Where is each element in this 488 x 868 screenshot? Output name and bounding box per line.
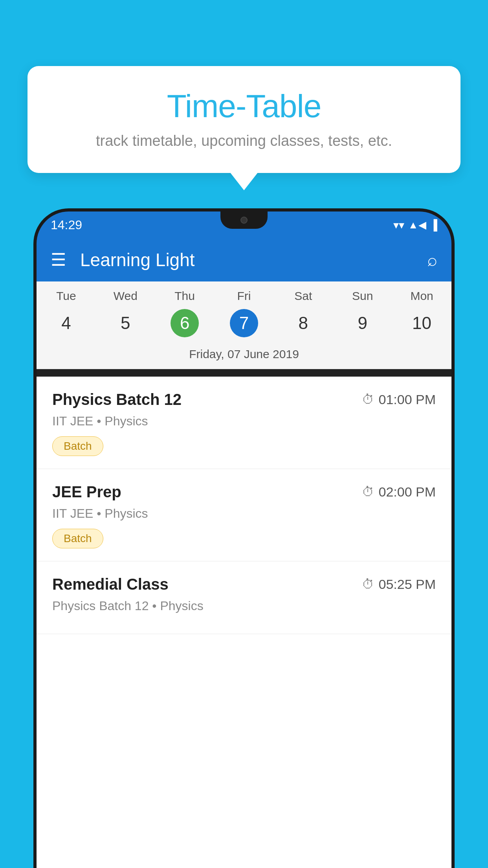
wifi-icon: ▾▾ bbox=[393, 219, 404, 232]
tooltip-card: Time-Table track timetable, upcoming cla… bbox=[28, 66, 460, 173]
day-number[interactable]: 6 bbox=[171, 309, 199, 337]
status-time: 14:29 bbox=[51, 218, 82, 232]
day-number[interactable]: 8 bbox=[289, 309, 317, 337]
day-name: Tue bbox=[37, 289, 96, 303]
class-name: JEE Prep bbox=[52, 483, 121, 501]
tooltip-subtitle: track timetable, upcoming classes, tests… bbox=[51, 132, 437, 149]
class-time-text: 02:00 PM bbox=[378, 484, 436, 500]
class-time-text: 05:25 PM bbox=[378, 577, 436, 592]
class-detail: IIT JEE • Physics bbox=[52, 506, 436, 521]
search-icon[interactable]: ⌕ bbox=[427, 250, 437, 270]
calendar-section: Tue4Wed5Thu6Fri7Sat8Sun9Mon10 Friday, 07… bbox=[37, 281, 451, 369]
day-col-thu[interactable]: Thu6 bbox=[155, 289, 215, 337]
day-col-wed[interactable]: Wed5 bbox=[96, 289, 155, 337]
batch-badge: Batch bbox=[52, 529, 103, 548]
app-title: Learning Light bbox=[80, 249, 427, 270]
class-time-text: 01:00 PM bbox=[378, 392, 436, 407]
batch-badge: Batch bbox=[52, 436, 103, 456]
class-header: JEE Prep⏱02:00 PM bbox=[52, 483, 436, 501]
day-name: Mon bbox=[392, 289, 451, 303]
tooltip-title: Time-Table bbox=[51, 88, 437, 125]
day-name: Wed bbox=[96, 289, 155, 303]
day-number[interactable]: 9 bbox=[349, 309, 377, 337]
classes-list: Physics Batch 12⏱01:00 PMIIT JEE • Physi… bbox=[37, 377, 451, 868]
class-time: ⏱05:25 PM bbox=[362, 577, 436, 592]
app-bar: ☰ Learning Light ⌕ bbox=[37, 238, 451, 281]
camera bbox=[240, 217, 248, 224]
phone-frame: 14:29 ▾▾ ▲◀ ▐ ☰ Learning Light ⌕ Tue4Wed… bbox=[33, 208, 455, 868]
day-number[interactable]: 5 bbox=[111, 309, 139, 337]
class-detail: IIT JEE • Physics bbox=[52, 414, 436, 428]
day-col-sat[interactable]: Sat8 bbox=[273, 289, 333, 337]
phone-inner: 14:29 ▾▾ ▲◀ ▐ ☰ Learning Light ⌕ Tue4Wed… bbox=[37, 211, 451, 868]
clock-icon: ⏱ bbox=[362, 392, 374, 407]
signal-icon: ▲◀ bbox=[408, 219, 426, 231]
day-col-mon[interactable]: Mon10 bbox=[392, 289, 451, 337]
class-detail: Physics Batch 12 • Physics bbox=[52, 599, 436, 613]
clock-icon: ⏱ bbox=[362, 485, 374, 499]
day-name: Sat bbox=[273, 289, 333, 303]
day-col-fri[interactable]: Fri7 bbox=[215, 289, 274, 337]
status-icons: ▾▾ ▲◀ ▐ bbox=[393, 219, 437, 232]
day-name: Sun bbox=[333, 289, 392, 303]
class-item[interactable]: Remedial Class⏱05:25 PMPhysics Batch 12 … bbox=[37, 561, 451, 634]
class-time: ⏱01:00 PM bbox=[362, 392, 436, 407]
class-item[interactable]: JEE Prep⏱02:00 PMIIT JEE • PhysicsBatch bbox=[37, 469, 451, 561]
selected-date-label: Friday, 07 June 2019 bbox=[37, 342, 451, 369]
menu-icon[interactable]: ☰ bbox=[51, 251, 66, 268]
day-col-tue[interactable]: Tue4 bbox=[37, 289, 96, 337]
clock-icon: ⏱ bbox=[362, 577, 374, 592]
day-name: Fri bbox=[215, 289, 274, 303]
day-col-sun[interactable]: Sun9 bbox=[333, 289, 392, 337]
class-item[interactable]: Physics Batch 12⏱01:00 PMIIT JEE • Physi… bbox=[37, 377, 451, 469]
day-number[interactable]: 10 bbox=[408, 309, 436, 337]
class-time: ⏱02:00 PM bbox=[362, 484, 436, 500]
class-name: Physics Batch 12 bbox=[52, 391, 182, 408]
phone-notch bbox=[220, 211, 268, 229]
days-row: Tue4Wed5Thu6Fri7Sat8Sun9Mon10 bbox=[37, 281, 451, 342]
class-header: Remedial Class⏱05:25 PM bbox=[52, 576, 436, 593]
day-number[interactable]: 4 bbox=[52, 309, 80, 337]
day-number[interactable]: 7 bbox=[230, 309, 258, 337]
battery-icon: ▐ bbox=[430, 219, 437, 231]
day-name: Thu bbox=[155, 289, 215, 303]
class-name: Remedial Class bbox=[52, 576, 169, 593]
class-header: Physics Batch 12⏱01:00 PM bbox=[52, 391, 436, 408]
